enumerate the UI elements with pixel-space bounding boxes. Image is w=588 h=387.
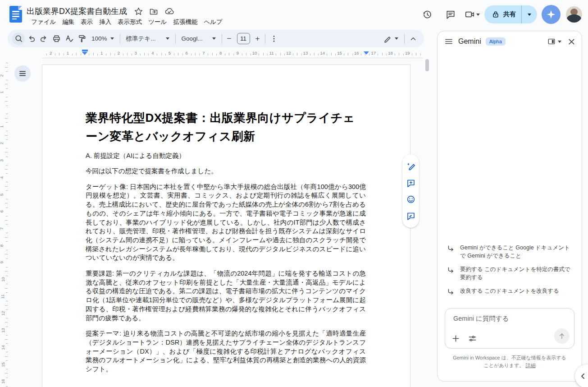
font-family-select[interactable]: Googl... xyxy=(178,35,219,42)
join-call-button[interactable] xyxy=(465,9,480,20)
doc-paragraph: 今回は以下の想定で提案書を作成しました。 xyxy=(86,167,366,176)
toolbar: 100% 標準テキ... Googl... − 11 + xyxy=(8,30,424,47)
gemini-suggestion[interactable]: Gemini ができること Google ドキュメントで Gemini ができる… xyxy=(447,244,574,260)
document-title[interactable]: 出版業界DX提案書自動生成 xyxy=(27,6,127,17)
menu-item-6[interactable]: 拡張機能 xyxy=(170,17,201,28)
paint-format-button[interactable] xyxy=(75,32,88,45)
gemini-disclaimer: Gemini in Workspace は、不正確な情報を表示することがあります… xyxy=(451,354,568,369)
menu-item-4[interactable]: 表示形式 xyxy=(114,17,145,28)
redo-button[interactable] xyxy=(37,32,50,45)
share-options-caret[interactable] xyxy=(522,5,537,23)
gemini-panel-title: Gemini xyxy=(458,37,481,46)
disclaimer-details-link[interactable]: 詳細 xyxy=(525,363,535,368)
editing-mode-select[interactable] xyxy=(380,35,402,43)
doc-paragraph: ターゲット像: 日本国内に本社を置く中堅から準大手規模の総合出版社（年商100億… xyxy=(86,183,366,263)
quick-actions-rail xyxy=(402,154,419,228)
document-body: 今回は以下の想定で提案書を作成しました。ターゲット像: 日本国内に本社を置く中堅… xyxy=(86,167,366,374)
prompt-arrow-icon xyxy=(447,266,455,274)
gemini-suggestions: Gemini ができること Google ドキュメントで Gemini ができる… xyxy=(447,244,574,296)
add-attachment-icon[interactable] xyxy=(451,334,460,343)
document-page[interactable]: 業界特化型DX提案書：出版業界向けサプライチェーン変革とバックオフィス刷新 A.… xyxy=(42,64,410,387)
document-outline-button[interactable] xyxy=(14,65,31,82)
close-panel-icon[interactable] xyxy=(568,38,575,46)
panel-layout-button[interactable] xyxy=(547,37,561,46)
share-label: 共有 xyxy=(503,10,516,18)
left-indent-marker[interactable] xyxy=(82,50,88,55)
lock-icon xyxy=(492,10,500,18)
suggest-edits-button[interactable] xyxy=(406,212,415,221)
move-to-folder-icon[interactable] xyxy=(149,7,158,16)
cloud-saved-icon[interactable] xyxy=(164,6,174,16)
menu-item-7[interactable]: ヘルプ xyxy=(201,17,225,28)
print-button[interactable] xyxy=(50,32,63,45)
panel-menu-icon[interactable] xyxy=(445,37,453,46)
document-subheading: A. 前提設定（AIによる自動定義） xyxy=(86,152,366,160)
menu-item-3[interactable]: 挿入 xyxy=(96,17,114,28)
search-menus-button[interactable] xyxy=(12,32,25,45)
gemini-suggestion[interactable]: 改良する このドキュメントを改良する xyxy=(447,287,574,296)
prompt-arrow-icon xyxy=(447,288,455,296)
title-bar: 出版業界DX提案書自動生成 ファイル編集表示挿入表示形式ツール拡張機能ヘルプ 共… xyxy=(0,0,588,28)
doc-paragraph: 提案テーマ: 迫り来る物流コストの高騰と不可逆的な紙市場の縮小を見据えた「適時適… xyxy=(86,329,366,374)
comments-icon[interactable] xyxy=(441,5,460,24)
help-me-write-button[interactable] xyxy=(406,161,415,171)
menu-item-2[interactable]: 表示 xyxy=(77,17,96,28)
font-size-input[interactable]: 11 xyxy=(237,33,250,44)
document-heading: 業界特化型DX提案書：出版業界向けサプライチェーン変革とバックオフィス刷新 xyxy=(86,109,366,146)
spellcheck-button[interactable] xyxy=(63,32,75,45)
undo-button[interactable] xyxy=(25,32,37,45)
pencil-icon xyxy=(383,35,392,43)
prompt-arrow-icon xyxy=(447,244,455,253)
hide-menus-button[interactable] xyxy=(407,32,419,45)
increase-font-size-button[interactable]: + xyxy=(253,34,263,43)
alpha-badge: Alpha xyxy=(486,37,506,46)
share-button[interactable]: 共有 xyxy=(484,5,537,23)
google-docs-logo-icon[interactable] xyxy=(9,6,22,23)
menu-item-1[interactable]: 編集 xyxy=(59,17,77,28)
toolbar-overflow-button[interactable] xyxy=(268,32,280,45)
version-history-icon[interactable] xyxy=(418,5,437,24)
account-avatar[interactable] xyxy=(566,6,582,23)
vertical-ruler: 2112345678910111213141516 xyxy=(0,58,8,387)
gemini-side-panel: Gemini Alpha Gemini ができること Google ドキュメント… xyxy=(437,31,582,382)
paragraph-style-select[interactable]: 標準テキ... xyxy=(123,35,173,43)
star-icon[interactable] xyxy=(134,7,143,16)
menu-item-5[interactable]: ツール xyxy=(145,17,170,28)
send-prompt-button[interactable] xyxy=(554,328,570,344)
gemini-prompt-box[interactable] xyxy=(445,308,574,349)
right-indent-marker[interactable] xyxy=(364,51,369,55)
side-panel-icon xyxy=(547,37,556,46)
menu-item-0[interactable]: ファイル xyxy=(28,17,59,28)
gemini-spark-button[interactable] xyxy=(542,5,561,24)
zoom-select[interactable]: 100% xyxy=(88,35,118,42)
call-options-caret-icon[interactable] xyxy=(476,14,480,16)
doc-paragraph: 重要課題: 第一のクリティカルな課題は、「物流の2024年問題」に端を発する輸送… xyxy=(86,269,366,322)
document-scrollbar-thumb[interactable] xyxy=(425,59,429,71)
chevron-left-icon xyxy=(579,373,587,380)
add-comment-button[interactable] xyxy=(406,179,415,188)
gemini-prompt-input[interactable] xyxy=(452,314,567,322)
gemini-suggestion[interactable]: 要約する このドキュメントを特定の書式で要約する xyxy=(447,266,574,281)
prompt-options-icon[interactable] xyxy=(468,334,477,343)
decrease-font-size-button[interactable]: − xyxy=(224,34,234,43)
menu-bar: ファイル編集表示挿入表示形式ツール拡張機能ヘルプ xyxy=(28,17,226,28)
add-emoji-reaction-button[interactable] xyxy=(406,195,415,204)
